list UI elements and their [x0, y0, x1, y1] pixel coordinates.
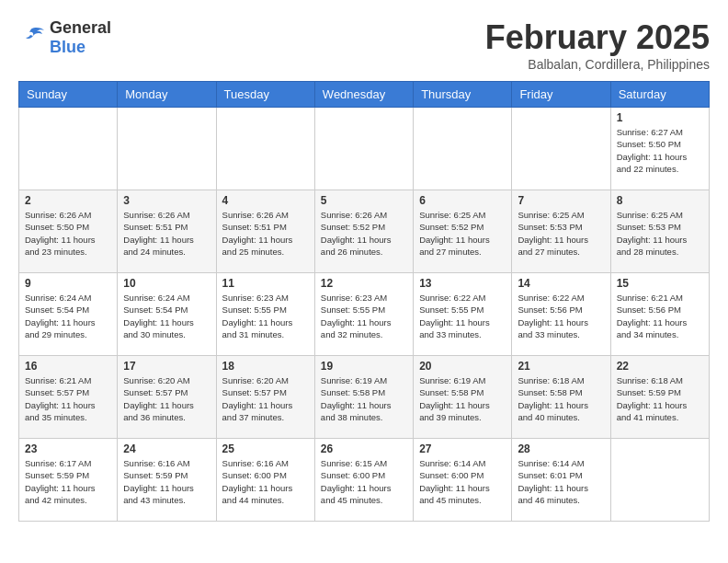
day-number: 14 [518, 277, 604, 290]
calendar-header-row: SundayMondayTuesdayWednesdayThursdayFrid… [19, 82, 710, 108]
calendar-cell: 21Sunrise: 6:18 AM Sunset: 5:58 PM Dayli… [512, 356, 610, 439]
calendar-cell: 9Sunrise: 6:24 AM Sunset: 5:54 PM Daylig… [19, 273, 118, 356]
calendar-cell: 17Sunrise: 6:20 AM Sunset: 5:57 PM Dayli… [118, 356, 216, 439]
calendar-cell: 18Sunrise: 6:20 AM Sunset: 5:57 PM Dayli… [216, 356, 314, 439]
day-info: Sunrise: 6:24 AM Sunset: 5:54 PM Dayligh… [123, 292, 210, 340]
day-info: Sunrise: 6:26 AM Sunset: 5:51 PM Dayligh… [222, 209, 309, 258]
day-info: Sunrise: 6:21 AM Sunset: 5:57 PM Dayligh… [25, 374, 111, 423]
day-number: 21 [518, 360, 604, 373]
calendar-cell: 24Sunrise: 6:16 AM Sunset: 5:59 PM Dayli… [118, 439, 216, 522]
calendar-cell [414, 108, 512, 190]
day-number: 13 [419, 277, 506, 290]
calendar-cell: 15Sunrise: 6:21 AM Sunset: 5:56 PM Dayli… [610, 273, 709, 356]
day-info: Sunrise: 6:15 AM Sunset: 6:00 PM Dayligh… [321, 457, 407, 506]
calendar-cell [19, 108, 118, 190]
day-number: 11 [222, 277, 309, 290]
logo-blue: Blue [50, 38, 85, 56]
calendar-cell: 16Sunrise: 6:21 AM Sunset: 5:57 PM Dayli… [19, 356, 118, 439]
day-info: Sunrise: 6:16 AM Sunset: 5:59 PM Dayligh… [123, 457, 210, 506]
day-number: 3 [123, 194, 210, 207]
day-info: Sunrise: 6:23 AM Sunset: 5:55 PM Dayligh… [222, 292, 309, 340]
day-info: Sunrise: 6:14 AM Sunset: 6:00 PM Dayligh… [419, 457, 506, 506]
calendar-table: SundayMondayTuesdayWednesdayThursdayFrid… [18, 81, 710, 522]
day-info: Sunrise: 6:27 AM Sunset: 5:50 PM Dayligh… [617, 126, 703, 175]
header-sunday: Sunday [19, 82, 118, 108]
calendar-cell [512, 108, 610, 190]
day-info: Sunrise: 6:22 AM Sunset: 5:55 PM Dayligh… [419, 292, 506, 340]
day-number: 12 [321, 277, 407, 290]
day-number: 5 [321, 194, 407, 207]
calendar-cell [610, 439, 709, 522]
day-info: Sunrise: 6:25 AM Sunset: 5:53 PM Dayligh… [518, 209, 604, 258]
calendar-cell: 14Sunrise: 6:22 AM Sunset: 5:56 PM Dayli… [512, 273, 610, 356]
week-row-1: 1Sunrise: 6:27 AM Sunset: 5:50 PM Daylig… [19, 108, 710, 190]
day-number: 24 [123, 442, 210, 455]
day-info: Sunrise: 6:24 AM Sunset: 5:54 PM Dayligh… [25, 292, 111, 340]
calendar-cell: 5Sunrise: 6:26 AM Sunset: 5:52 PM Daylig… [314, 190, 413, 273]
header-wednesday: Wednesday [314, 82, 413, 108]
calendar-cell: 22Sunrise: 6:18 AM Sunset: 5:59 PM Dayli… [610, 356, 709, 439]
day-number: 25 [222, 442, 309, 455]
calendar-cell: 10Sunrise: 6:24 AM Sunset: 5:54 PM Dayli… [118, 273, 216, 356]
day-number: 27 [419, 442, 506, 455]
calendar-cell: 23Sunrise: 6:17 AM Sunset: 5:59 PM Dayli… [19, 439, 118, 522]
week-row-2: 2Sunrise: 6:26 AM Sunset: 5:50 PM Daylig… [19, 190, 710, 273]
calendar-cell: 20Sunrise: 6:19 AM Sunset: 5:58 PM Dayli… [414, 356, 512, 439]
calendar-cell: 27Sunrise: 6:14 AM Sunset: 6:00 PM Dayli… [414, 439, 512, 522]
header-saturday: Saturday [610, 82, 709, 108]
day-info: Sunrise: 6:18 AM Sunset: 5:58 PM Dayligh… [518, 374, 604, 423]
calendar-cell: 1Sunrise: 6:27 AM Sunset: 5:50 PM Daylig… [610, 108, 709, 190]
day-number: 1 [617, 111, 703, 124]
calendar-cell: 25Sunrise: 6:16 AM Sunset: 6:00 PM Dayli… [216, 439, 314, 522]
calendar-cell: 28Sunrise: 6:14 AM Sunset: 6:01 PM Dayli… [512, 439, 610, 522]
day-info: Sunrise: 6:19 AM Sunset: 5:58 PM Dayligh… [321, 374, 407, 423]
day-number: 17 [123, 360, 210, 373]
calendar-cell [314, 108, 413, 190]
day-number: 26 [321, 442, 407, 455]
day-number: 9 [25, 277, 111, 290]
calendar-cell: 13Sunrise: 6:22 AM Sunset: 5:55 PM Dayli… [414, 273, 512, 356]
week-row-4: 16Sunrise: 6:21 AM Sunset: 5:57 PM Dayli… [19, 356, 710, 439]
day-info: Sunrise: 6:19 AM Sunset: 5:58 PM Dayligh… [419, 374, 506, 423]
day-info: Sunrise: 6:16 AM Sunset: 6:00 PM Dayligh… [222, 457, 309, 506]
week-row-3: 9Sunrise: 6:24 AM Sunset: 5:54 PM Daylig… [19, 273, 710, 356]
day-number: 19 [321, 360, 407, 373]
location-subtitle: Balbalan, Cordillera, Philippines [485, 57, 710, 72]
day-info: Sunrise: 6:22 AM Sunset: 5:56 PM Dayligh… [518, 292, 604, 340]
day-info: Sunrise: 6:18 AM Sunset: 5:59 PM Dayligh… [617, 374, 703, 423]
calendar-cell: 8Sunrise: 6:25 AM Sunset: 5:53 PM Daylig… [610, 190, 709, 273]
logo-general: General [50, 18, 111, 37]
calendar-cell: 26Sunrise: 6:15 AM Sunset: 6:00 PM Dayli… [314, 439, 413, 522]
day-number: 2 [25, 194, 111, 207]
day-number: 22 [617, 360, 703, 373]
calendar-cell: 4Sunrise: 6:26 AM Sunset: 5:51 PM Daylig… [216, 190, 314, 273]
day-info: Sunrise: 6:14 AM Sunset: 6:01 PM Dayligh… [518, 457, 604, 506]
calendar-cell: 11Sunrise: 6:23 AM Sunset: 5:55 PM Dayli… [216, 273, 314, 356]
day-info: Sunrise: 6:21 AM Sunset: 5:56 PM Dayligh… [617, 292, 703, 340]
calendar-cell: 3Sunrise: 6:26 AM Sunset: 5:51 PM Daylig… [118, 190, 216, 273]
calendar-cell: 2Sunrise: 6:26 AM Sunset: 5:50 PM Daylig… [19, 190, 118, 273]
day-info: Sunrise: 6:25 AM Sunset: 5:53 PM Dayligh… [617, 209, 703, 258]
day-number: 16 [25, 360, 111, 373]
day-info: Sunrise: 6:17 AM Sunset: 5:59 PM Dayligh… [25, 457, 111, 506]
day-number: 20 [419, 360, 506, 373]
header-monday: Monday [118, 82, 216, 108]
day-number: 23 [25, 442, 111, 455]
day-number: 4 [222, 194, 309, 207]
day-number: 18 [222, 360, 309, 373]
calendar-cell [118, 108, 216, 190]
day-info: Sunrise: 6:26 AM Sunset: 5:51 PM Dayligh… [123, 209, 210, 258]
month-year-title: February 2025 [485, 18, 710, 57]
day-info: Sunrise: 6:20 AM Sunset: 5:57 PM Dayligh… [123, 374, 210, 423]
calendar-cell: 6Sunrise: 6:25 AM Sunset: 5:52 PM Daylig… [414, 190, 512, 273]
day-number: 15 [617, 277, 703, 290]
day-info: Sunrise: 6:25 AM Sunset: 5:52 PM Dayligh… [419, 209, 506, 258]
day-number: 7 [518, 194, 604, 207]
week-row-5: 23Sunrise: 6:17 AM Sunset: 5:59 PM Dayli… [19, 439, 710, 522]
day-number: 28 [518, 442, 604, 455]
day-info: Sunrise: 6:20 AM Sunset: 5:57 PM Dayligh… [222, 374, 309, 423]
day-number: 8 [617, 194, 703, 207]
day-number: 10 [123, 277, 210, 290]
logo-icon [18, 25, 46, 51]
header-tuesday: Tuesday [216, 82, 314, 108]
